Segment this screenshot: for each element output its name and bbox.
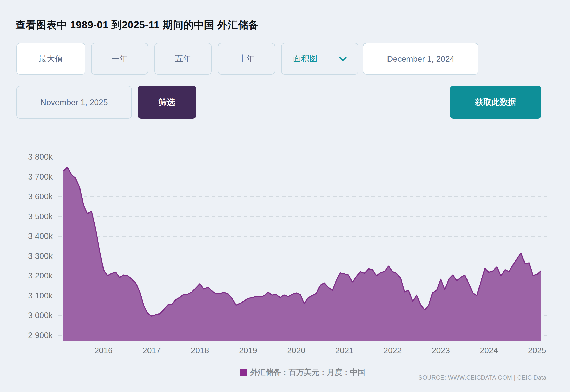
chevron-down-icon <box>339 56 347 61</box>
x-axis-tick-label: 2019 <box>227 346 268 355</box>
gridline-3500 <box>58 216 547 217</box>
range-button-10y-label: 十年 <box>238 53 255 64</box>
y-axis-tick-label: 3 300k <box>0 251 53 261</box>
gridline-3200 <box>58 276 547 276</box>
gridline-3300 <box>58 256 547 256</box>
x-axis-tick-label: 2021 <box>324 346 365 355</box>
gridline-3000 <box>58 315 547 316</box>
source-credit: SOURCE: WWW.CEICDATA.COM | CEIC Data <box>418 374 546 381</box>
x-axis-tick-label: 2017 <box>131 346 172 355</box>
x-axis-tick-label: 2016 <box>83 346 124 355</box>
legend-swatch-icon <box>240 369 247 376</box>
range-button-5y-label: 五年 <box>175 53 191 64</box>
x-axis-tick-label: 2018 <box>179 346 220 355</box>
y-axis-tick-label: 3 100k <box>0 291 53 300</box>
page-title: 查看图表中 1989-01 到2025-11 期间的中国 外汇储备 <box>15 18 259 32</box>
end-date-value: November 1, 2025 <box>40 98 108 107</box>
start-date-input[interactable]: December 1, 2024 <box>363 43 478 75</box>
gridline-3600 <box>58 196 547 197</box>
y-axis-tick-label: 2 900k <box>0 331 53 340</box>
y-axis-tick-label: 3 700k <box>0 172 53 182</box>
filter-button-label: 筛选 <box>159 97 175 108</box>
chart-type-dropdown-value: 面积图 <box>293 53 317 64</box>
get-data-button-label: 获取此数据 <box>475 97 516 108</box>
area-fill-shape <box>63 167 541 341</box>
y-axis-tick-label: 3 500k <box>0 212 53 221</box>
x-axis-tick-label: 2024 <box>469 346 509 355</box>
start-date-value: December 1, 2024 <box>387 54 454 64</box>
y-axis-tick-label: 3 800k <box>0 152 53 162</box>
range-button-5y[interactable]: 五年 <box>154 43 212 75</box>
y-axis-tick-label: 3 600k <box>0 192 53 201</box>
gridline-2900 <box>58 335 547 336</box>
range-button-10y[interactable]: 十年 <box>218 43 275 75</box>
chart-type-dropdown[interactable]: 面积图 <box>281 43 358 75</box>
range-button-1y[interactable]: 一年 <box>91 43 148 75</box>
get-data-button[interactable]: 获取此数据 <box>450 86 541 119</box>
gridline-3100 <box>58 296 547 296</box>
range-button-max[interactable]: 最大值 <box>16 43 85 75</box>
area-line-path <box>63 167 541 316</box>
y-axis-tick-label: 3 000k <box>0 311 53 320</box>
range-button-max-label: 最大值 <box>39 53 63 64</box>
filter-button[interactable]: 筛选 <box>138 86 196 119</box>
y-axis-tick-label: 3 400k <box>0 231 53 241</box>
gridline-3400 <box>58 236 547 237</box>
x-axis-tick-label: 2023 <box>420 346 461 355</box>
y-axis-tick-label: 3 200k <box>0 271 53 281</box>
x-axis-tick-label: 2020 <box>276 346 317 355</box>
range-button-1y-label: 一年 <box>111 53 128 64</box>
gridline-3800 <box>58 157 547 157</box>
legend-label: 外汇储备：百万美元：月度：中国 <box>250 367 365 378</box>
x-axis-tick-label: 2025 <box>517 346 557 355</box>
x-axis-tick-label: 2022 <box>372 346 413 355</box>
end-date-input[interactable]: November 1, 2025 <box>16 86 132 119</box>
gridline-3700 <box>58 177 547 177</box>
